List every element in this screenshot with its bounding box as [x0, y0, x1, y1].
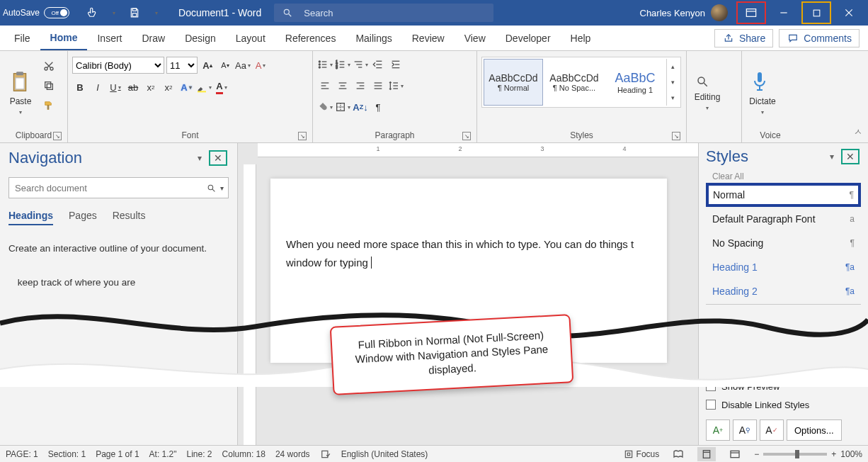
underline-icon[interactable]: U [108, 79, 123, 95]
disable-linked-checkbox[interactable]: Disable Linked Styles [706, 395, 861, 414]
shading-icon[interactable] [317, 99, 333, 115]
web-layout-icon[interactable] [726, 447, 744, 461]
style-item-no-spacing[interactable]: No Spacing ¶ [706, 231, 861, 255]
zoom-level[interactable]: 100% [840, 449, 862, 459]
style-item-normal[interactable]: Normal ¶ [706, 183, 861, 207]
autosave-toggle[interactable]: Off [44, 7, 69, 18]
change-case-icon[interactable]: Aa [235, 57, 251, 73]
nav-search-input[interactable] [9, 183, 202, 193]
text-effects-icon[interactable]: A [178, 79, 194, 95]
zoom-in-icon[interactable]: + [831, 449, 836, 459]
nav-tab-headings[interactable]: Headings [8, 210, 53, 225]
sort-icon[interactable]: AZ↓ [353, 99, 368, 115]
qat-customize-dropdown[interactable] [146, 3, 166, 23]
status-spellcheck-icon[interactable] [320, 449, 331, 459]
status-line[interactable]: Line: 2 [187, 449, 212, 459]
strike-icon[interactable]: ab [125, 79, 141, 95]
tab-view[interactable]: View [455, 26, 496, 50]
styles-pane-menu[interactable]: ▾ [830, 152, 834, 162]
share-button[interactable]: Share [714, 29, 773, 47]
style-item-default-paragraph-font[interactable]: Default Paragraph Font a [706, 207, 861, 231]
clear-formatting-icon[interactable]: A [253, 57, 268, 73]
new-style-button[interactable]: A+ [706, 419, 730, 441]
align-center-icon[interactable] [335, 78, 350, 94]
editing-button[interactable]: Editing ▾ [691, 54, 724, 128]
superscript-icon[interactable]: x2 [161, 79, 176, 95]
search-icon[interactable] [207, 184, 216, 193]
styles-dialog-launcher[interactable]: ↘ [672, 132, 680, 140]
font-size-select[interactable]: 11 [166, 57, 198, 74]
close-button[interactable] [833, 0, 865, 26]
align-left-icon[interactable] [317, 78, 333, 94]
zoom-out-icon[interactable]: − [754, 449, 759, 459]
status-words[interactable]: 24 words [275, 449, 310, 459]
print-layout-icon[interactable] [697, 447, 716, 461]
status-section[interactable]: Section: 1 [48, 449, 86, 459]
format-painter-icon[interactable] [41, 98, 57, 113]
status-column[interactable]: Column: 18 [222, 449, 265, 459]
align-right-icon[interactable] [353, 78, 368, 94]
grow-font-icon[interactable]: A▴ [200, 57, 215, 73]
clipboard-dialog-launcher[interactable]: ↘ [53, 132, 62, 140]
style-inspector-button[interactable]: A⚲ [733, 419, 757, 441]
autosave[interactable]: AutoSave Off [3, 7, 69, 18]
dictate-button[interactable]: Dictate ▾ [746, 54, 779, 128]
nav-search-dropdown[interactable]: ▾ [220, 184, 224, 192]
status-language[interactable]: English (United States) [341, 449, 428, 459]
decrease-indent-icon[interactable] [370, 57, 386, 72]
bold-icon[interactable]: B [72, 79, 88, 95]
tab-insert[interactable]: Insert [87, 26, 132, 50]
tab-home[interactable]: Home [40, 26, 88, 50]
nav-pane-menu[interactable]: ▾ [198, 153, 202, 163]
maximize-button[interactable] [800, 0, 833, 26]
tab-design[interactable]: Design [175, 26, 226, 50]
tab-review[interactable]: Review [402, 26, 455, 50]
tab-layout[interactable]: Layout [226, 26, 275, 50]
font-dialog-launcher[interactable]: ↘ [298, 132, 307, 140]
multilevel-list-icon[interactable] [353, 57, 368, 72]
subscript-icon[interactable]: x2 [143, 79, 159, 95]
borders-icon[interactable] [335, 99, 350, 115]
style-item-heading-2[interactable]: Heading 2 ¶a [706, 279, 861, 303]
font-name-select[interactable]: Calibri (Body) [72, 57, 164, 74]
styles-gallery[interactable]: AaBbCcDd ¶ Normal AaBbCcDd ¶ No Spac... … [481, 57, 681, 108]
line-spacing-icon[interactable] [388, 78, 404, 94]
shrink-font-icon[interactable]: A▾ [217, 57, 233, 73]
save-icon[interactable] [125, 3, 144, 23]
paragraph-dialog-launcher[interactable]: ↘ [462, 132, 471, 140]
style-item-clear-all[interactable]: Clear All [706, 170, 861, 183]
nav-tab-results[interactable]: Results [113, 210, 146, 225]
status-page-of[interactable]: Page 1 of 1 [96, 449, 139, 459]
zoom-slider[interactable] [763, 453, 827, 456]
zoom-control[interactable]: − + 100% [754, 449, 862, 459]
styles-options-button[interactable]: Options... [787, 419, 842, 441]
styles-pane-close[interactable]: ✕ [840, 147, 861, 166]
font-color-icon[interactable]: A [214, 79, 229, 95]
justify-icon[interactable] [370, 78, 386, 94]
numbering-icon[interactable]: 123 [335, 57, 350, 72]
manage-styles-button[interactable]: A✓ [760, 419, 784, 441]
tab-developer[interactable]: Developer [496, 26, 561, 50]
show-preview-checkbox[interactable]: Show Preview [706, 377, 861, 395]
bullets-icon[interactable] [317, 57, 333, 72]
style-tile-normal[interactable]: AaBbCcDd ¶ Normal [484, 59, 543, 106]
tab-draw[interactable]: Draw [132, 26, 175, 50]
tab-help[interactable]: Help [561, 26, 601, 50]
show-marks-icon[interactable]: ¶ [370, 99, 386, 115]
increase-indent-icon[interactable] [388, 57, 404, 72]
tab-mailings[interactable]: Mailings [346, 26, 401, 50]
paste-button[interactable]: Paste ▾ [4, 54, 37, 128]
highlight-icon[interactable] [196, 79, 212, 95]
tab-file[interactable]: File [4, 26, 40, 50]
search-box[interactable]: Search [274, 4, 493, 22]
cut-icon[interactable] [41, 58, 57, 74]
touch-mode-icon[interactable] [82, 3, 102, 23]
status-at[interactable]: At: 1.2" [149, 449, 177, 459]
styles-gallery-more[interactable]: ▴▾▾ [666, 59, 679, 106]
read-mode-icon[interactable] [669, 447, 687, 461]
ribbon-display-options-button[interactable] [735, 0, 767, 26]
copy-icon[interactable] [41, 78, 57, 94]
nav-search[interactable]: ▾ [8, 177, 229, 198]
nav-tab-pages[interactable]: Pages [69, 210, 97, 225]
tab-references[interactable]: References [275, 26, 346, 50]
